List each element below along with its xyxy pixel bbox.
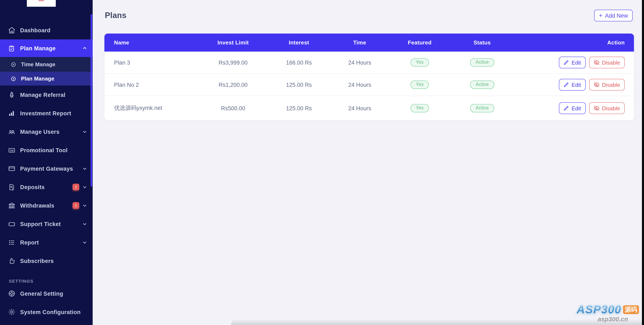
eye-off-icon [594, 82, 599, 88]
svg-text:Ad: Ad [10, 149, 14, 152]
sidebar: Dashboard Plan Manage Time Manage [0, 0, 93, 325]
sidebar-subitem-time-manage[interactable]: Time Manage [0, 57, 93, 72]
column-header-action: Action [526, 40, 634, 46]
chevron-down-icon [82, 166, 87, 171]
cell-action: Edit Disable [526, 102, 634, 114]
sidebar-item-label: Manage Referral [20, 92, 66, 98]
sidebar-item-label: Manage Users [20, 128, 60, 135]
table-header-row: Name Invest Limit Interest Time Featured… [104, 34, 634, 52]
cell-featured: Yes [402, 104, 438, 112]
sidebar-item-system-configuration[interactable]: System Configuration [0, 303, 93, 321]
sidebar-item-deposits[interactable]: Deposits ! [0, 178, 93, 196]
cell-action: Edit Disable [526, 56, 634, 68]
alert-badge: ! [72, 184, 79, 190]
status-badge: Active [470, 104, 494, 112]
sidebar-item-label: Deposits [20, 184, 45, 190]
thumbs-up-icon [8, 257, 16, 264]
sidebar-item-plan-manage[interactable]: Plan Manage [0, 40, 93, 57]
sidebar-item-withdrawals[interactable]: Withdrawals ! [0, 196, 93, 215]
edit-button[interactable]: Edit [559, 102, 586, 114]
sidebar-item-label: Promotional Tool [20, 147, 68, 153]
sidebar-item-manage-referral[interactable]: Manage Referral [0, 86, 93, 104]
plan-manage-submenu: Time Manage Plan Manage [0, 57, 93, 86]
gear-icon [8, 308, 16, 316]
referral-tree-icon [8, 91, 16, 98]
ticket-icon [8, 220, 16, 228]
table-row: Plan 3 Rs3,999.00 166.00 Rs 24 Hours Yes… [104, 52, 634, 74]
logo-mark [38, 0, 44, 1]
pencil-icon [564, 82, 569, 88]
sidebar-subitem-plan-manage[interactable]: Plan Manage [0, 72, 93, 86]
column-header-time: Time [318, 40, 402, 46]
life-ring-icon [8, 290, 16, 297]
cell-featured: Yes [402, 58, 438, 66]
disable-button[interactable]: Disable [589, 102, 625, 114]
add-new-button[interactable]: + Add New [594, 10, 633, 22]
sidebar-item-report[interactable]: Report [0, 233, 93, 252]
sidebar-item-promotional-tool[interactable]: Ad Promotional Tool [0, 141, 93, 159]
pencil-icon [564, 60, 569, 65]
cell-name: 优选源码yxymk.net [104, 104, 186, 112]
bank-icon [8, 202, 16, 209]
watermark-brand: ASP300 [577, 303, 621, 316]
app-root: Dashboard Plan Manage Time Manage [0, 0, 644, 325]
dot-circle-icon [10, 61, 17, 68]
status-badge: Active [470, 58, 494, 66]
sidebar-nav: Dashboard Plan Manage Time Manage [0, 0, 93, 321]
sidebar-item-dashboard[interactable]: Dashboard [0, 21, 93, 40]
disable-button[interactable]: Disable [589, 79, 625, 90]
sidebar-subitem-label: Time Manage [21, 61, 55, 68]
eye-off-icon [594, 60, 599, 66]
status-badge: Active [470, 80, 494, 89]
ad-icon: Ad [8, 146, 16, 154]
clipboard-check-icon [8, 44, 16, 52]
chevron-down-icon [82, 184, 87, 190]
watermark: ASP300 源码 asp300.cn [577, 303, 639, 322]
sidebar-item-support-ticket[interactable]: Support Ticket [0, 215, 93, 233]
cell-invest-limit: Rs500.00 [186, 105, 280, 111]
sidebar-item-manage-users[interactable]: Manage Users [0, 122, 93, 141]
users-icon [8, 128, 16, 136]
column-header-status: Status [438, 40, 526, 46]
logo[interactable] [27, 0, 56, 7]
plus-icon: + [599, 12, 602, 18]
dot-circle-icon [10, 76, 17, 82]
screen-edge-strip [642, 0, 644, 325]
column-header-interest: Interest [280, 40, 318, 46]
column-header-invest-limit: Invest Limit [186, 40, 280, 46]
cell-featured: Yes [402, 80, 438, 89]
main-content: Plans + Add New Name Invest Limit Intere… [93, 0, 644, 325]
bar-chart-icon [8, 110, 16, 117]
cell-status: Active [438, 104, 526, 112]
cell-name: Plan 3 [104, 59, 186, 66]
table-row: 优选源码yxymk.net Rs500.00 125.00 Rs 24 Hour… [104, 96, 634, 120]
chevron-down-icon [82, 240, 87, 245]
table-row: Plan No 2 Rs1,200.00 125.00 Rs 24 Hours … [104, 74, 634, 96]
sidebar-item-investment-report[interactable]: Investment Report [0, 104, 93, 122]
sidebar-item-payment-gateways[interactable]: Payment Gateways [0, 159, 93, 178]
sidebar-item-label: Plan Manage [20, 45, 56, 51]
featured-badge: Yes [410, 104, 429, 112]
watermark-site: asp300.cn [577, 315, 628, 322]
home-icon [8, 26, 16, 34]
watermark-badge: 源码 [623, 306, 639, 314]
edit-button[interactable]: Edit [559, 56, 586, 68]
sidebar-item-label: Subscribers [20, 258, 54, 264]
settings-section-label: SETTINGS [0, 278, 93, 284]
sidebar-item-label: Payment Gateways [20, 166, 73, 172]
edit-button[interactable]: Edit [559, 79, 586, 90]
sidebar-item-general-setting[interactable]: General Setting [0, 284, 93, 303]
pencil-icon [564, 106, 569, 111]
sidebar-item-subscribers[interactable]: Subscribers [0, 252, 93, 270]
add-new-label: Add New [605, 12, 628, 19]
cell-time: 24 Hours [318, 59, 402, 66]
cell-interest: 125.00 Rs [280, 105, 318, 111]
sidebar-item-label: System Configuration [20, 309, 81, 315]
sidebar-scrollbar[interactable] [90, 14, 92, 186]
eye-off-icon [594, 105, 599, 111]
sidebar-item-label: Support Ticket [20, 221, 61, 227]
disable-button[interactable]: Disable [589, 56, 625, 68]
column-header-name: Name [104, 40, 186, 46]
featured-badge: Yes [410, 80, 429, 89]
cell-name: Plan No 2 [104, 82, 186, 88]
